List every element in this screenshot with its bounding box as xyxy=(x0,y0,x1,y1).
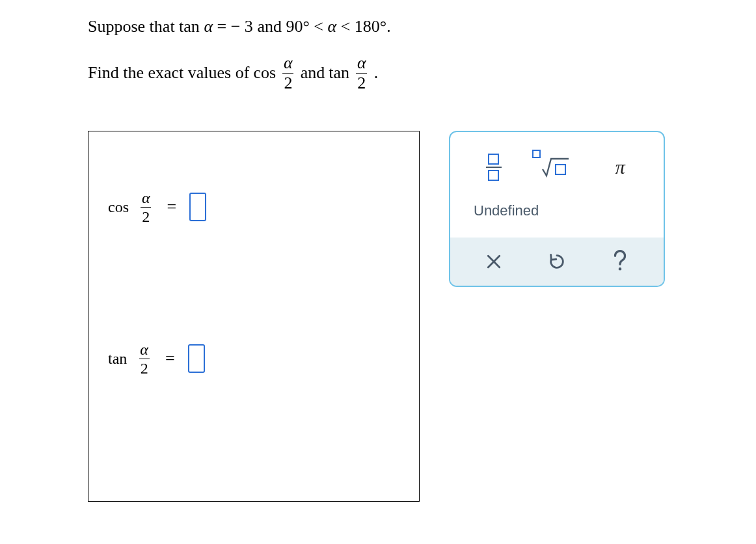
var-alpha-2: α xyxy=(328,17,337,36)
period-1: . xyxy=(386,17,391,36)
period-2: . xyxy=(374,59,379,87)
nth-root-button[interactable] xyxy=(525,146,588,188)
fn-tan-2: tan xyxy=(329,59,349,87)
svg-point-0 xyxy=(619,267,622,271)
help-icon xyxy=(610,249,630,275)
frac-alpha-2-b: α 2 xyxy=(356,55,368,92)
sqrt-icon xyxy=(532,156,582,178)
frac-cos: α 2 xyxy=(141,190,152,224)
frac-num: α xyxy=(139,342,150,359)
fn-tan: tan xyxy=(179,17,200,36)
answer-row-cos: cos α 2 = xyxy=(108,190,419,224)
answer-box: cos α 2 = tan α 2 = xyxy=(88,131,420,502)
eq-sign: = xyxy=(165,349,175,368)
eq-sign: = xyxy=(167,197,177,217)
math-palette: π Undefined xyxy=(449,131,665,287)
text-suppose: Suppose that xyxy=(88,17,179,36)
fraction-icon xyxy=(486,154,502,181)
frac-den: 2 xyxy=(139,359,150,376)
eq-sign: = xyxy=(213,17,231,36)
reset-button[interactable] xyxy=(525,245,588,278)
label-cos: cos xyxy=(108,198,129,216)
undefined-button[interactable]: Undefined xyxy=(468,198,544,223)
frac-num: α xyxy=(356,55,368,73)
frac-alpha-2-a: α 2 xyxy=(282,55,294,92)
val-neg3: − 3 xyxy=(231,17,253,36)
frac-num: α xyxy=(282,55,294,73)
text-find: Find the exact values of xyxy=(88,59,249,87)
frac-tan: α 2 xyxy=(139,342,150,376)
help-button[interactable] xyxy=(589,245,652,278)
label-tan: tan xyxy=(108,350,127,368)
frac-den: 2 xyxy=(282,73,293,92)
answer-row-tan: tan α 2 = xyxy=(108,342,419,376)
frac-den: 2 xyxy=(141,207,151,224)
fraction-button[interactable] xyxy=(462,146,525,188)
lt-2: < xyxy=(341,17,351,36)
lt-1: < xyxy=(314,17,323,36)
cos-answer-input[interactable] xyxy=(189,193,206,221)
frac-den: 2 xyxy=(356,73,367,92)
fn-cos: cos xyxy=(253,59,276,87)
var-alpha: α xyxy=(204,17,213,36)
frac-num: α xyxy=(141,190,152,207)
clear-button[interactable] xyxy=(462,245,525,278)
problem-line-2: Find the exact values of cos α 2 and tan… xyxy=(88,55,756,92)
close-icon xyxy=(485,253,502,270)
text-and: and xyxy=(253,17,286,36)
pi-button[interactable]: π xyxy=(589,146,652,188)
problem-line-1: Suppose that tan α = − 3 and 90° < α < 1… xyxy=(88,13,756,40)
text-and-2: and xyxy=(301,59,325,87)
reset-icon xyxy=(548,252,566,271)
val-180: 180° xyxy=(355,17,386,36)
tan-answer-input[interactable] xyxy=(188,344,205,373)
pi-icon: π xyxy=(615,156,625,178)
val-90: 90° xyxy=(286,17,309,36)
